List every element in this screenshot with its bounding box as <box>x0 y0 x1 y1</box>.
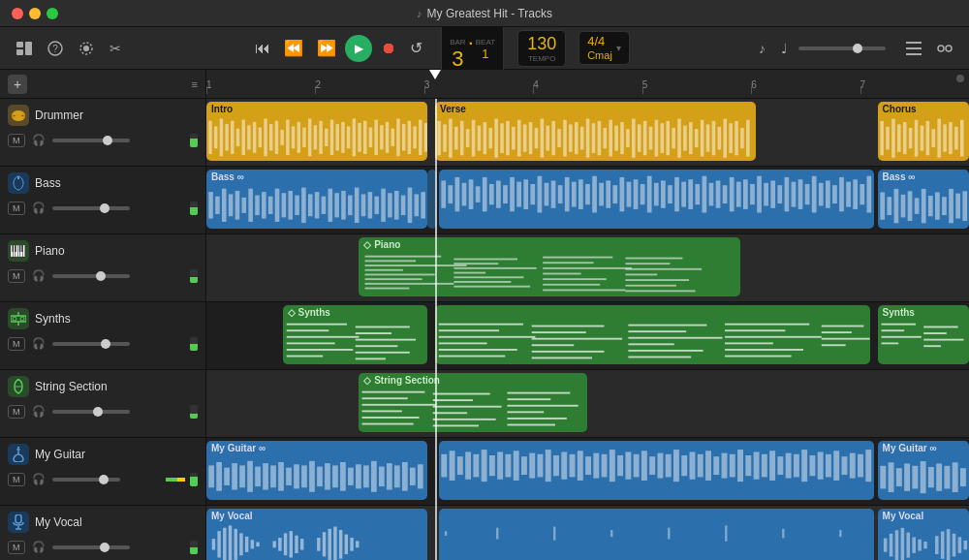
close-button[interactable] <box>12 8 23 19</box>
region-bass-gap[interactable] <box>427 170 437 229</box>
svg-rect-112 <box>614 126 618 151</box>
rewind-to-start-button[interactable]: ⏮ <box>250 37 275 60</box>
svg-rect-425 <box>777 456 783 475</box>
region-drummer-chorus[interactable]: Chorus <box>878 102 969 161</box>
region-drummer-intro[interactable]: Intro <box>206 102 427 161</box>
svg-rect-396 <box>546 450 551 482</box>
bass-mute-button[interactable]: M <box>8 202 25 215</box>
tempo-display[interactable]: 130 TEMPO <box>517 30 566 67</box>
region-strings-1[interactable]: ◇ String Section <box>359 373 587 432</box>
region-vocal-2[interactable] <box>439 509 874 560</box>
master-volume-slider[interactable] <box>798 47 886 50</box>
add-track-button[interactable]: + <box>8 75 27 94</box>
vocal-mute-button[interactable]: M <box>8 541 25 554</box>
bass-volume-slider[interactable] <box>52 206 130 210</box>
vocal-headphone-button[interactable]: 🎧 <box>30 540 47 554</box>
svg-rect-187 <box>462 183 467 206</box>
play-button[interactable]: ▶ <box>345 35 372 62</box>
settings-button[interactable] <box>74 38 99 59</box>
region-guitar-2[interactable] <box>439 441 874 500</box>
vocal-volume-slider[interactable] <box>52 545 130 549</box>
svg-rect-207 <box>599 183 604 206</box>
fast-forward-button[interactable]: ⏩ <box>312 36 341 60</box>
svg-rect-122 <box>672 128 675 148</box>
drummer-mute-button[interactable]: M <box>8 134 25 147</box>
scissors-button[interactable]: ✂ <box>105 38 126 59</box>
synths-volume-slider[interactable] <box>52 342 130 346</box>
svg-point-29 <box>20 317 24 321</box>
svg-rect-379 <box>394 465 400 487</box>
library-button[interactable] <box>12 39 37 58</box>
svg-rect-337 <box>362 391 425 393</box>
track-row-strings[interactable]: ◇ String Section <box>206 370 969 438</box>
track-row-guitar[interactable]: My Guitar ∞ <box>206 438 969 506</box>
position-display[interactable]: BAR 3 . BEAT 1 <box>441 21 504 76</box>
track-row-drummer[interactable]: Intro <box>206 99 969 167</box>
svg-rect-46 <box>236 129 239 146</box>
fullscreen-button[interactable] <box>47 8 58 19</box>
synths-headphone-button[interactable]: 🎧 <box>30 336 47 351</box>
svg-rect-346 <box>433 412 467 414</box>
region-vocal-3[interactable]: My Vocal <box>878 509 969 560</box>
list-editor-button[interactable] <box>901 39 926 58</box>
piano-headphone-button[interactable]: 🎧 <box>30 268 47 283</box>
region-vocal-1[interactable]: My Vocal <box>206 509 427 560</box>
region-piano-1[interactable]: ◇ Piano <box>359 237 740 296</box>
guitar-mute-button[interactable]: M <box>8 473 25 486</box>
svg-rect-319 <box>725 324 809 326</box>
track-row-piano[interactable]: ◇ Piano <box>206 234 969 302</box>
record-button[interactable]: ⏺ <box>376 37 401 60</box>
tune2-button[interactable]: ♩ <box>776 38 793 59</box>
svg-rect-324 <box>725 356 792 358</box>
drummer-headphone-button[interactable]: 🎧 <box>30 133 47 147</box>
piano-track-name: Piano <box>35 244 65 258</box>
svg-rect-434 <box>850 453 856 479</box>
key-value: Cmaj <box>587 49 612 61</box>
bass-headphone-button[interactable]: 🎧 <box>30 201 47 215</box>
svg-rect-53 <box>275 121 278 154</box>
region-bass-3[interactable]: Bass ∞ <box>878 170 969 229</box>
rewind-button[interactable]: ⏪ <box>279 36 308 60</box>
svg-rect-159 <box>262 192 266 218</box>
region-guitar-1[interactable]: My Guitar ∞ <box>206 441 427 500</box>
guitar-headphone-button[interactable]: 🎧 <box>30 472 47 486</box>
strings-headphone-button[interactable]: 🎧 <box>30 404 47 419</box>
svg-point-10 <box>938 46 944 51</box>
smart-controls-button[interactable] <box>932 39 957 58</box>
help-button[interactable]: ? <box>43 38 68 59</box>
svg-rect-251 <box>907 191 912 221</box>
track-row-synths[interactable]: ◇ Synths <box>206 302 969 370</box>
svg-rect-175 <box>368 192 373 218</box>
cycle-button[interactable]: ↺ <box>405 36 427 60</box>
track-row-bass[interactable]: Bass ∞ <box>206 167 969 234</box>
guitar-volume-slider[interactable] <box>52 478 120 482</box>
region-label-intro: Intro <box>211 104 233 114</box>
track-row-vocal[interactable]: My Vocal <box>206 506 969 560</box>
tracks-canvas[interactable]: Intro <box>206 99 969 560</box>
drummer-volume-slider[interactable] <box>52 139 130 142</box>
tracks-list-button[interactable]: ≡ <box>192 78 198 90</box>
svg-rect-143 <box>920 126 923 151</box>
svg-rect-148 <box>949 122 953 154</box>
time-sig-display[interactable]: 4/4 Cmaj ▾ <box>578 31 630 64</box>
region-synths-1[interactable]: ◇ Synths <box>283 305 428 364</box>
svg-rect-467 <box>339 530 342 559</box>
strings-mute-button[interactable]: M <box>8 405 25 419</box>
strings-volume-slider[interactable] <box>52 410 130 414</box>
svg-rect-153 <box>222 189 227 222</box>
region-drummer-verse[interactable]: Verse <box>435 102 756 161</box>
piano-mute-button[interactable]: M <box>8 269 25 283</box>
region-bass-1[interactable]: Bass ∞ <box>206 170 427 229</box>
main-content: + ≡ Drummer M 🎧 <box>0 70 969 560</box>
region-guitar-3[interactable]: My Guitar ∞ <box>878 441 969 500</box>
region-bass-2[interactable] <box>439 170 874 229</box>
piano-volume-slider[interactable] <box>52 274 130 278</box>
region-synths-2[interactable] <box>435 305 870 364</box>
svg-rect-315 <box>628 337 722 339</box>
ruler-line-2 <box>315 86 316 94</box>
transport-controls: ⏮ ⏪ ⏩ ▶ ⏺ ↺ <box>250 35 427 62</box>
minimize-button[interactable] <box>29 8 41 19</box>
region-synths-3[interactable]: Synths <box>878 305 969 364</box>
tune-button[interactable]: ♪ <box>754 38 770 59</box>
synths-mute-button[interactable]: M <box>8 337 25 351</box>
